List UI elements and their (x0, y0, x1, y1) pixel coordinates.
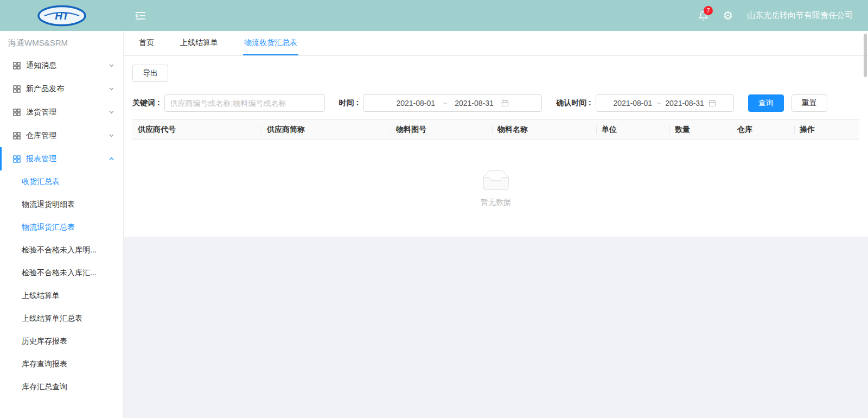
sidebar-subitem-logistics-return-detail[interactable]: 物流退货明细表 (0, 193, 123, 216)
column-header-supplier-code: 供应商代号 (132, 120, 261, 140)
time-end-value: 2021-08-31 (455, 99, 494, 107)
chevron-down-icon (108, 109, 114, 115)
grid-icon (13, 109, 21, 116)
settings-gear-icon[interactable]: ⚙ (723, 10, 733, 21)
keyword-input[interactable] (164, 94, 325, 112)
confirm-time-label: 确认时间 : (556, 98, 591, 108)
notification-bell-icon[interactable]: 7 (698, 10, 709, 21)
menu-label: 通知消息 (26, 61, 108, 71)
sidebar-item-notifications[interactable]: 通知消息 (0, 54, 123, 77)
calendar-icon (501, 99, 509, 107)
chevron-down-icon (108, 132, 114, 138)
sidebar-item-warehouse[interactable]: 仓库管理 (0, 124, 123, 147)
chevron-down-icon (108, 86, 114, 92)
empty-text: 暂无数据 (481, 198, 511, 207)
column-header-actions: 操作 (794, 120, 859, 140)
tab-online-settlement[interactable]: 上线结算单 (179, 31, 219, 55)
logo-icon: HT (37, 5, 87, 27)
confirm-end-value: 2021-08-31 (665, 99, 704, 107)
company-name: 山东光岳转向节有限责任公司 (747, 10, 853, 21)
sidebar-item-new-product[interactable]: 新产品发布 (0, 77, 123, 100)
confirm-start-value: 2021-08-01 (613, 99, 652, 107)
reset-button[interactable]: 重置 (792, 94, 827, 112)
range-separator: ~ (656, 99, 661, 107)
grid-icon (13, 62, 21, 69)
app-brand: 海通WMS&SRM (0, 31, 123, 54)
column-header-quantity: 数量 (669, 120, 732, 140)
notification-badge: 7 (704, 6, 713, 15)
sidebar-subitem-receipt-summary[interactable]: 收货汇总表 (0, 170, 123, 193)
sidebar-subitem-inspection-fail-summary[interactable]: 检验不合格未入库汇... (0, 262, 123, 284)
chevron-down-icon (108, 62, 114, 68)
header-actions: 7 ⚙ 山东光岳转向节有限责任公司 (698, 10, 868, 21)
keyword-label: 关键词 : (132, 98, 160, 108)
svg-text:HT: HT (55, 10, 69, 22)
sidebar-subitem-online-settlement[interactable]: 上线结算单 (0, 284, 123, 307)
column-header-supplier-name: 供应商简称 (261, 120, 391, 140)
menu-label: 送货管理 (26, 107, 108, 117)
filter-bar: 关键词 : 时间 : 2021-08-01 ~ 2021-08-31 确认时间 … (132, 94, 859, 112)
sidebar-subitem-history-inventory-report[interactable]: 历史库存报表 (0, 330, 123, 353)
tab-bar: 首页 上线结算单 物流收货汇总表 (124, 31, 868, 56)
menu-label: 报表管理 (26, 154, 108, 164)
column-header-material-drawing-no: 物料图号 (391, 120, 492, 140)
time-label: 时间 : (339, 98, 359, 108)
calendar-icon (709, 99, 716, 107)
grid-icon (13, 155, 21, 163)
menu-label: 新产品发布 (26, 84, 108, 94)
content-card: 导出 关键词 : 时间 : 2021-08-01 ~ 2021-08-31 确认… (124, 56, 868, 237)
empty-box-icon (478, 170, 513, 192)
app-header: HT 7 ⚙ 山东光岳转向节有限责任公司 (0, 0, 868, 31)
query-button[interactable]: 查询 (748, 94, 784, 112)
sidebar-subitem-inspection-fail-detail[interactable]: 检验不合格未入库明... (0, 239, 123, 262)
column-header-material-name: 物料名称 (492, 120, 596, 140)
sidebar-subitem-logistics-return-summary[interactable]: 物流退货汇总表 (0, 216, 123, 239)
menu-label: 仓库管理 (26, 131, 108, 141)
sidebar-subitem-inventory-query-report[interactable]: 库存查询报表 (0, 353, 123, 376)
tab-logistics-receipt-summary[interactable]: 物流收货汇总表 (243, 31, 298, 55)
time-range-picker[interactable]: 2021-08-01 ~ 2021-08-31 (363, 94, 542, 112)
sidebar-subitem-inventory-summary-query[interactable]: 库存汇总查询 (0, 376, 123, 398)
main-content: 首页 上线结算单 物流收货汇总表 导出 关键词 : 时间 : 2021-08-0… (124, 31, 868, 418)
time-start-value: 2021-08-01 (396, 99, 435, 107)
confirm-time-range-picker[interactable]: 2021-08-01 ~ 2021-08-31 (596, 94, 734, 112)
sidebar-item-reports[interactable]: 报表管理 (0, 147, 123, 170)
tab-home[interactable]: 首页 (138, 31, 155, 55)
chevron-up-icon (108, 156, 114, 162)
company-logo: HT (0, 5, 124, 27)
sidebar-item-delivery[interactable]: 送货管理 (0, 100, 123, 124)
grid-icon (13, 132, 21, 140)
column-header-unit: 单位 (596, 120, 669, 140)
table-header-row: 供应商代号 供应商简称 物料图号 物料名称 单位 数量 仓库 操作 (132, 119, 859, 140)
menu-fold-icon[interactable] (135, 10, 146, 21)
export-button[interactable]: 导出 (132, 65, 168, 82)
empty-state: 暂无数据 (132, 140, 859, 237)
content-background (124, 237, 868, 418)
column-header-warehouse: 仓库 (732, 120, 794, 140)
sidebar-subitem-online-settlement-summary[interactable]: 上线结算单汇总表 (0, 307, 123, 330)
grid-icon (13, 85, 21, 93)
range-separator: ~ (443, 99, 447, 107)
results-table: 供应商代号 供应商简称 物料图号 物料名称 单位 数量 仓库 操作 (132, 119, 859, 237)
scrollbar-thumb[interactable] (864, 34, 867, 77)
sidebar: 海通WMS&SRM 通知消息 新产品发布 送货管理 (0, 31, 124, 418)
